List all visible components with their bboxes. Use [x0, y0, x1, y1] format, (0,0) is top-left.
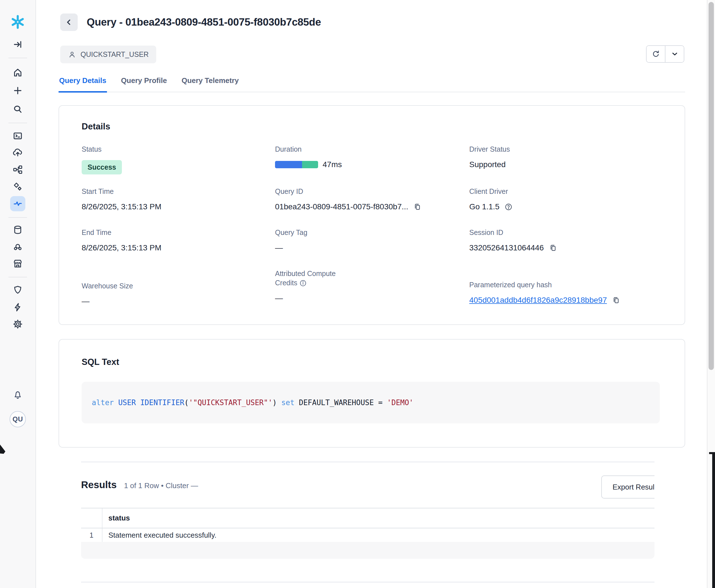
query-tag-value: — — [275, 243, 469, 252]
sql-heading: SQL Text — [82, 357, 660, 367]
collapse-sidebar-icon[interactable] — [13, 39, 23, 50]
sidebar-divider — [8, 217, 27, 218]
session-id-value: 33205264131064446 — [469, 243, 544, 252]
warehouse-size-label: Warehouse Size — [82, 281, 275, 291]
sql-token: DEFAULT_WAREHOUSE = — [299, 398, 387, 407]
pipelines-icon[interactable] — [13, 164, 23, 175]
user-chip[interactable]: QUICKSTART_USER — [60, 46, 156, 63]
results-bottom-divider — [81, 582, 654, 582]
table-header-row: status — [81, 508, 654, 528]
end-time-value: 8/26/2025, 3:15:13 PM — [82, 243, 275, 252]
duration-bar-segment-blue — [275, 161, 302, 168]
data-upload-icon[interactable] — [13, 147, 23, 158]
row-number-header — [81, 508, 102, 528]
field-warehouse-size: Warehouse Size — — [82, 269, 275, 306]
copy-icon[interactable] — [612, 296, 620, 304]
chevron-down-icon — [671, 50, 679, 58]
results-heading: Results — [81, 479, 117, 490]
sql-token: 'DEMO' — [387, 398, 413, 407]
refresh-dropdown-button[interactable] — [665, 46, 684, 62]
main-content: Query - 01bea243-0809-4851-0075-f8030b7c… — [36, 0, 715, 588]
start-time-label: Start Time — [82, 187, 275, 196]
copy-icon[interactable] — [549, 244, 557, 252]
status-badge: Success — [82, 160, 122, 174]
warehouse-size-value: — — [82, 297, 275, 306]
field-param-hash: Parameterized query hash 405d001addb4d6f… — [469, 269, 662, 306]
details-card: Details Status Success Duration 47ms — [59, 105, 685, 325]
home-icon[interactable] — [13, 67, 23, 78]
duration-bar-segment-green — [302, 161, 318, 168]
sidebar: QU — [0, 0, 36, 588]
tab-query-details[interactable]: Query Details — [59, 76, 107, 92]
screen-edge-artifact — [712, 452, 715, 588]
session-id-label: Session ID — [469, 228, 662, 237]
results-subtitle: 1 of 1 Row • Cluster — — [124, 481, 198, 490]
render-white-patch — [654, 471, 686, 502]
table-row[interactable]: 1 Statement executed successfully. — [81, 528, 654, 542]
results-section: Results 1 of 1 Row • Cluster — status 1 … — [81, 462, 654, 582]
sidebar-divider — [8, 123, 27, 123]
results-table: status 1 Statement executed successfully… — [81, 508, 654, 559]
sidebar-divider — [8, 277, 27, 277]
sql-token: ( — [184, 398, 189, 407]
ai-ml-icon[interactable] — [13, 181, 23, 192]
refresh-icon — [651, 49, 660, 59]
sql-token: ) — [272, 398, 281, 407]
page-header: Query - 01bea243-0809-4851-0075-f8030b7c… — [60, 14, 685, 31]
start-time-value: 8/26/2025, 3:15:13 PM — [82, 202, 275, 211]
search-icon[interactable] — [13, 104, 23, 114]
avatar-initials: QU — [9, 411, 26, 427]
tab-query-profile[interactable]: Query Profile — [121, 76, 167, 92]
tab-query-telemetry[interactable]: Query Telemetry — [181, 76, 239, 92]
attributed-credits-label: Attributed Compute Credits — [275, 269, 345, 288]
field-start-time: Start Time 8/26/2025, 3:15:13 PM — [82, 187, 275, 228]
marketplace-icon[interactable] — [13, 258, 23, 269]
chevron-left-icon — [64, 17, 74, 27]
status-cell: Statement executed successfully. — [102, 531, 654, 540]
projects-terminal-icon[interactable] — [13, 130, 23, 141]
field-duration: Duration 47ms — [275, 145, 469, 187]
sql-token: alter — [92, 398, 118, 407]
end-time-label: End Time — [82, 228, 275, 237]
status-column-header: status — [102, 514, 654, 522]
settings-gear-icon[interactable] — [13, 319, 23, 330]
results-header: Results 1 of 1 Row • Cluster — — [81, 479, 654, 490]
duration-value: 47ms — [323, 160, 342, 169]
table-footer — [81, 542, 654, 559]
query-monitoring-icon[interactable] — [10, 196, 25, 211]
info-circle-icon[interactable] — [299, 279, 307, 287]
sql-token: USER — [118, 398, 140, 407]
collaboration-icon[interactable] — [13, 242, 23, 253]
param-hash-label: Parameterized query hash — [469, 280, 662, 290]
sql-code-block: alter USER IDENTIFIER('"QUICKSTART_USER"… — [82, 382, 660, 423]
attributed-credits-value: — — [275, 294, 469, 303]
sql-code: alter USER IDENTIFIER('"QUICKSTART_USER"… — [92, 398, 413, 407]
details-grid: Status Success Duration 47ms Driver Stat… — [82, 145, 662, 306]
snowflake-logo-icon[interactable] — [9, 14, 26, 30]
field-query-id: Query ID 01bea243-0809-4851-0075-f8030b7… — [275, 187, 469, 228]
scrollbar-thumb[interactable] — [709, 2, 714, 370]
user-avatar[interactable]: QU — [9, 411, 26, 427]
param-hash-link[interactable]: 405d001addb4d6f1826a9c28918bbe97 — [469, 296, 607, 305]
sidebar-divider — [8, 58, 27, 58]
driver-status-label: Driver Status — [469, 145, 662, 154]
sql-text-card: SQL Text alter USER IDENTIFIER('"QUICKST… — [59, 339, 685, 448]
user-chip-row: QUICKSTART_USER — [60, 46, 685, 63]
details-heading: Details — [82, 122, 662, 132]
sql-token: set — [281, 398, 299, 407]
data-database-icon[interactable] — [13, 225, 23, 235]
duration-label: Duration — [275, 145, 469, 154]
field-query-tag: Query Tag — — [275, 228, 469, 269]
admin-lightning-icon[interactable] — [13, 302, 23, 313]
create-new-icon[interactable] — [13, 85, 23, 96]
notifications-bell-icon[interactable] — [13, 390, 23, 400]
help-circle-icon[interactable] — [505, 203, 513, 211]
tab-bar: Query Details Query Profile Query Teleme… — [59, 76, 685, 92]
governance-shield-icon[interactable] — [13, 285, 23, 295]
refresh-button[interactable] — [647, 46, 665, 62]
client-driver-value: Go 1.1.5 — [469, 202, 499, 211]
back-button[interactable] — [60, 14, 78, 31]
field-session-id: Session ID 33205264131064446 — [469, 228, 662, 269]
user-chip-label: QUICKSTART_USER — [81, 50, 149, 59]
copy-icon[interactable] — [413, 203, 422, 211]
